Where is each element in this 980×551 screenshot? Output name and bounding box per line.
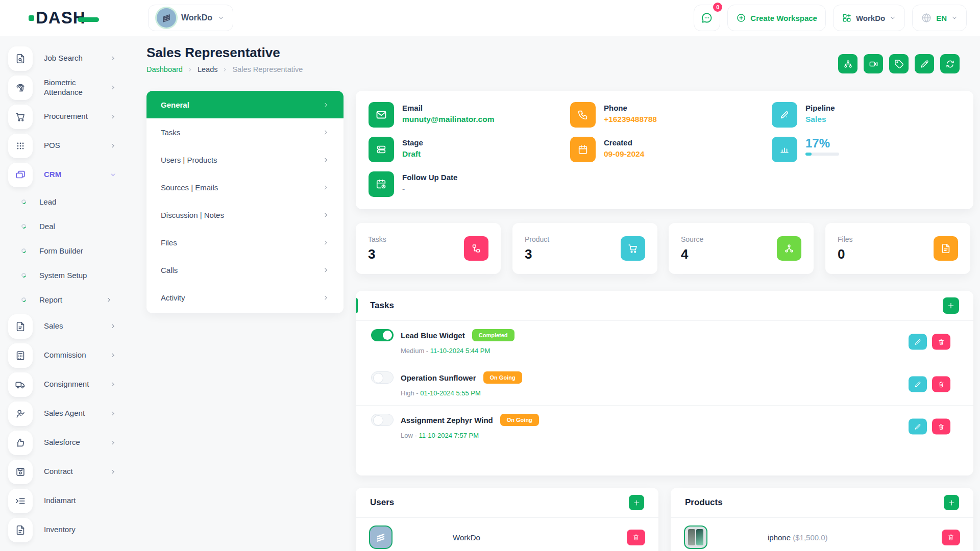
sidebar-item-inventory[interactable]: Inventory xyxy=(0,515,128,544)
chevron-right-icon xyxy=(323,267,329,273)
envelope-icon xyxy=(369,102,394,128)
tasks-panel-header: Tasks xyxy=(356,291,973,320)
workspace-selector[interactable]: WorkDo xyxy=(148,5,233,31)
add-user-button[interactable] xyxy=(629,495,644,510)
calendar-icon xyxy=(570,137,596,162)
pipeline-view-button[interactable] xyxy=(838,54,857,73)
sidebar-subitem-system-setup[interactable]: System Setup xyxy=(0,263,128,287)
tab-files[interactable]: Files xyxy=(146,229,344,256)
tab-calls[interactable]: Calls xyxy=(146,256,344,284)
convert-icon xyxy=(945,59,955,69)
messages-button[interactable]: 0 xyxy=(694,5,720,31)
sidebar-subitem-label: Lead xyxy=(39,197,56,206)
tab-activity[interactable]: Activity xyxy=(146,284,344,311)
sidebar-item-sales-agent[interactable]: Sales Agent xyxy=(0,399,128,428)
edit-task-button[interactable] xyxy=(909,419,927,435)
followup-value: - xyxy=(402,184,457,193)
sidebar-item-pos[interactable]: POS xyxy=(0,131,128,160)
chevron-down-icon xyxy=(889,14,896,21)
chevron-right-icon xyxy=(323,212,329,218)
tab-sources-emails[interactable]: Sources | Emails xyxy=(146,173,344,201)
cart-icon xyxy=(621,236,645,261)
breadcrumb-leads[interactable]: Leads xyxy=(198,65,218,73)
task-complete-toggle[interactable] xyxy=(371,371,394,384)
sidebar-item-label: Job Search xyxy=(44,54,105,63)
sidebar-item-procurement[interactable]: Procurement xyxy=(0,102,128,131)
sidebar-subitem-report[interactable]: Report xyxy=(0,287,128,312)
pencil-icon xyxy=(914,338,921,345)
add-task-button[interactable] xyxy=(943,297,959,314)
sidebar-item-job-search[interactable]: Job Search xyxy=(0,44,128,73)
tab-discussion-notes[interactable]: Discussion | Notes xyxy=(146,201,344,229)
chevron-down-icon xyxy=(217,14,225,21)
video-call-button[interactable] xyxy=(864,54,883,73)
chevron-right-icon xyxy=(323,239,329,246)
stat-value: 3 xyxy=(368,246,386,262)
language-selector[interactable]: EN xyxy=(912,5,967,31)
stat-value: 3 xyxy=(525,246,549,262)
sidebar-item-contract[interactable]: Contract xyxy=(0,457,128,486)
file-icon xyxy=(8,518,33,542)
edit-lead-button[interactable] xyxy=(915,54,934,73)
app-logo: DASH xyxy=(29,8,126,28)
breadcrumb-dashboard[interactable]: Dashboard xyxy=(146,65,183,73)
sidebar-item-commission[interactable]: Commission xyxy=(0,341,128,370)
task-complete-toggle[interactable] xyxy=(371,414,394,426)
labels-button[interactable] xyxy=(889,54,909,73)
sidebar-item-sales[interactable]: Sales xyxy=(0,312,128,341)
hierarchy-icon xyxy=(464,236,488,261)
chevron-right-icon xyxy=(323,157,329,163)
delete-user-button[interactable] xyxy=(627,530,645,545)
user-row: WorkDo xyxy=(356,518,658,551)
stat-label: Source xyxy=(681,235,703,243)
file-icon xyxy=(934,236,958,261)
chevron-right-icon xyxy=(110,381,116,388)
sidebar-item-indiamart[interactable]: Indiamart xyxy=(0,486,128,515)
sidebar-subitem-lead[interactable]: Lead xyxy=(0,189,128,214)
chat-icon xyxy=(701,12,713,24)
sidebar-item-label: Consignment xyxy=(44,380,105,389)
user-name: WorkDo xyxy=(453,533,480,542)
edit-task-button[interactable] xyxy=(909,334,927,350)
sidebar-item-crm[interactable]: CRM xyxy=(0,160,128,189)
delete-task-button[interactable] xyxy=(932,334,950,350)
tab-label: General xyxy=(161,101,189,109)
sidebar-subitem-deal[interactable]: Deal xyxy=(0,214,128,238)
stat-label: Product xyxy=(525,235,549,243)
edit-task-button[interactable] xyxy=(909,377,927,392)
stat-value: 4 xyxy=(681,246,703,262)
pencil-icon xyxy=(920,59,929,69)
plus-icon xyxy=(948,499,955,507)
sidebar-item-biometric-attendance[interactable]: Biometric Attendance xyxy=(0,73,128,102)
sidebar-item-consignment[interactable]: Consignment xyxy=(0,370,128,399)
convert-lead-button[interactable] xyxy=(940,54,960,73)
lead-overview-card: Email munuty@mailinator.com Phone +16239… xyxy=(356,91,973,209)
delete-task-button[interactable] xyxy=(932,377,950,392)
task-datetime: 11-10-2024 7:57 PM xyxy=(419,432,479,439)
field-label: Pipeline xyxy=(805,102,835,112)
phone-thumbnail xyxy=(688,529,695,545)
workdo-menu-label: WorkDo xyxy=(856,14,885,22)
tab-general[interactable]: General xyxy=(146,91,344,118)
workdo-menu[interactable]: WorkDo xyxy=(833,5,905,31)
task-priority: Medium - xyxy=(401,347,428,355)
page-title: Sales Representative xyxy=(146,45,303,61)
task-complete-toggle[interactable] xyxy=(371,329,394,341)
task-status-badge: On Going xyxy=(500,414,539,426)
progress-bar xyxy=(805,153,839,156)
sidebar-item-salesforce[interactable]: Salesforce xyxy=(0,428,128,457)
sidebar-subitem-form-builder[interactable]: Form Builder xyxy=(0,238,128,263)
task-status-badge: Completed xyxy=(472,329,514,341)
chevron-right-icon xyxy=(110,113,116,120)
tab-label: Activity xyxy=(161,293,185,302)
product-title: iphone xyxy=(768,533,791,542)
tab-users-products[interactable]: Users | Products xyxy=(146,146,344,173)
delete-task-button[interactable] xyxy=(932,419,950,435)
field-pipeline: Pipeline Sales xyxy=(772,102,835,128)
tab-tasks[interactable]: Tasks xyxy=(146,118,344,146)
create-workspace-button[interactable]: Create Workspace xyxy=(727,5,826,31)
topbar-right: 0 Create Workspace WorkDo EN xyxy=(694,5,967,31)
workspace-avatar xyxy=(157,8,176,28)
delete-product-button[interactable] xyxy=(942,530,960,545)
add-product-button[interactable] xyxy=(944,495,959,510)
